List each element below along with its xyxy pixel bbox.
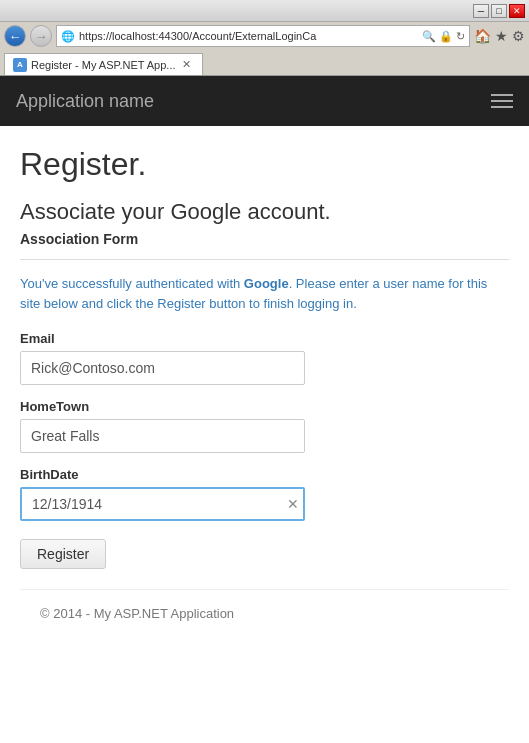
app-title: Application name	[16, 91, 154, 112]
hamburger-line-1	[491, 94, 513, 96]
info-text: You've successfully authenticated with G…	[20, 274, 509, 313]
birthdate-input-wrapper: ✕	[20, 487, 305, 521]
hometown-label: HomeTown	[20, 399, 509, 414]
app-wrapper: Application name Register. Associate you…	[0, 76, 529, 743]
browser-chrome: ─ □ ✕ ← → 🌐 https://localhost:44300/Acco…	[0, 0, 529, 76]
email-label: Email	[20, 331, 509, 346]
info-text-bold: Google	[244, 276, 289, 291]
section-subtitle: Association Form	[20, 231, 509, 247]
gear-icon[interactable]: ⚙	[512, 28, 525, 44]
email-input[interactable]	[20, 351, 305, 385]
app-header: Application name	[0, 76, 529, 126]
title-bar: ─ □ ✕	[0, 0, 529, 22]
lock-icon: 🔒	[439, 30, 453, 43]
search-icon[interactable]: 🔍	[422, 30, 436, 43]
register-button[interactable]: Register	[20, 539, 106, 569]
section-title: Associate your Google account.	[20, 199, 509, 225]
hamburger-menu[interactable]	[491, 94, 513, 108]
divider	[20, 259, 509, 260]
forward-button[interactable]: →	[30, 25, 52, 47]
close-button[interactable]: ✕	[509, 4, 525, 18]
tab-bar: A Register - My ASP.NET App... ✕	[0, 50, 529, 75]
active-tab[interactable]: A Register - My ASP.NET App... ✕	[4, 53, 203, 75]
footer: © 2014 - My ASP.NET Application	[20, 589, 509, 637]
maximize-button[interactable]: □	[491, 4, 507, 18]
home-icon[interactable]: 🏠	[474, 28, 491, 44]
hamburger-line-3	[491, 106, 513, 108]
toolbar-icons: 🏠 ★ ⚙	[474, 28, 525, 44]
star-icon[interactable]: ★	[495, 28, 508, 44]
hamburger-line-2	[491, 100, 513, 102]
birthdate-label: BirthDate	[20, 467, 509, 482]
minimize-button[interactable]: ─	[473, 4, 489, 18]
birthdate-field-group: BirthDate ✕	[20, 467, 509, 521]
birthdate-clear-button[interactable]: ✕	[287, 497, 299, 511]
tab-label: Register - My ASP.NET App...	[31, 59, 176, 71]
app-content: Register. Associate your Google account.…	[0, 126, 529, 743]
title-bar-buttons: ─ □ ✕	[473, 4, 525, 18]
birthdate-input[interactable]	[20, 487, 305, 521]
tab-close-button[interactable]: ✕	[180, 58, 194, 72]
refresh-icon[interactable]: ↻	[456, 30, 465, 43]
hometown-input[interactable]	[20, 419, 305, 453]
info-text-before: You've successfully authenticated with	[20, 276, 244, 291]
address-bar[interactable]: 🌐 https://localhost:44300/Account/Extern…	[56, 25, 470, 47]
email-field-group: Email	[20, 331, 509, 385]
back-button[interactable]: ←	[4, 25, 26, 47]
page-icon: 🌐	[61, 30, 75, 43]
tab-favicon: A	[13, 58, 27, 72]
page-title: Register.	[20, 146, 509, 183]
hometown-field-group: HomeTown	[20, 399, 509, 453]
address-bar-row: ← → 🌐 https://localhost:44300/Account/Ex…	[0, 22, 529, 50]
url-text: https://localhost:44300/Account/External…	[79, 30, 316, 42]
